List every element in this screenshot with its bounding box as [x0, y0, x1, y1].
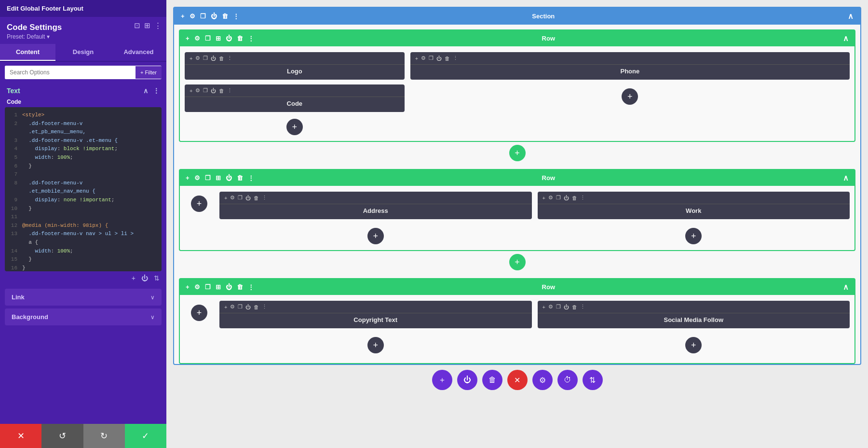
row2-copy-icon[interactable]: ❐ [205, 174, 211, 182]
code-plus-icon[interactable]: + [190, 88, 192, 94]
tab-design[interactable]: Design [55, 44, 111, 61]
row1-col1-add-button[interactable]: + [286, 119, 303, 135]
toolbar-settings-button[interactable]: ⚙ [532, 370, 553, 390]
address-power-icon[interactable]: ⏻ [245, 195, 251, 201]
more-icon[interactable]: ⋮ [154, 21, 162, 30]
code-trash-icon[interactable]: 🗑 [219, 88, 224, 94]
row2-col2-add-button[interactable]: + [367, 228, 384, 244]
section-gear-icon[interactable]: ⚙ [190, 13, 195, 20]
section-plus-icon[interactable]: + [181, 13, 185, 20]
row2-plus-icon[interactable]: + [186, 174, 190, 182]
row1-grid-icon[interactable]: ⊞ [216, 35, 221, 42]
preset-label[interactable]: Preset: Default ▾ [7, 33, 160, 40]
work-gear-icon[interactable]: ⚙ [548, 195, 553, 201]
code-power-icon[interactable]: ⏻ [211, 88, 216, 94]
row2-collapse-icon[interactable]: ∧ [843, 173, 849, 182]
background-section-header[interactable]: Background ∨ [5, 308, 162, 325]
row2-grid-icon[interactable]: ⊞ [216, 174, 221, 182]
row3-col3-add-button[interactable]: + [685, 337, 702, 353]
copyright-dots-icon[interactable]: ⋮ [262, 304, 267, 310]
section-power-icon[interactable]: ⏻ [211, 13, 217, 20]
toolbar-close-button[interactable]: ✕ [507, 370, 528, 390]
code-editor[interactable]: 1<style> 2 .dd-footer-menu-v .et_pb_menu… [5, 107, 162, 271]
row3-power-icon[interactable]: ⏻ [226, 283, 232, 291]
row1-collapse-icon[interactable]: ∧ [843, 34, 849, 43]
social-gear-icon[interactable]: ⚙ [548, 304, 553, 310]
power-code-icon[interactable]: ⏻ [141, 274, 148, 282]
search-input[interactable] [5, 66, 136, 79]
row2-trash-icon[interactable]: 🗑 [237, 174, 243, 182]
copyright-plus-icon[interactable]: + [224, 304, 227, 310]
row1-power-icon[interactable]: ⏻ [226, 35, 232, 42]
section-dots-icon[interactable]: ⋮ [233, 13, 239, 20]
cancel-button[interactable]: ✕ [0, 424, 41, 448]
work-trash-icon[interactable]: 🗑 [572, 195, 577, 201]
row1-dots-icon[interactable]: ⋮ [248, 35, 254, 42]
copyright-gear-icon[interactable]: ⚙ [230, 304, 235, 310]
section-copy-icon[interactable]: ❐ [200, 13, 206, 20]
work-power-icon[interactable]: ⏻ [564, 195, 569, 201]
row3-plus-icon[interactable]: + [186, 283, 190, 291]
code-dots-icon[interactable]: ⋮ [227, 87, 232, 94]
row3-dots-icon[interactable]: ⋮ [248, 283, 254, 291]
row3-gear-icon[interactable]: ⚙ [194, 283, 200, 291]
phone-dots-icon[interactable]: ⋮ [453, 55, 458, 61]
toolbar-power-button[interactable]: ⏻ [457, 370, 477, 390]
logo-plus-icon[interactable]: + [190, 56, 192, 61]
phone-trash-icon[interactable]: 🗑 [445, 56, 450, 61]
phone-copy-icon[interactable]: ❐ [429, 55, 434, 61]
address-gear-icon[interactable]: ⚙ [230, 195, 235, 201]
code-copy-icon[interactable]: ❐ [203, 87, 208, 94]
copyright-trash-icon[interactable]: 🗑 [254, 304, 259, 310]
toolbar-trash-button[interactable]: 🗑 [482, 370, 502, 390]
link-section-header[interactable]: Link ∨ [5, 289, 162, 306]
toolbar-sort-button[interactable]: ⇅ [583, 370, 603, 390]
save-button[interactable]: ✓ [125, 424, 166, 448]
address-plus-icon[interactable]: + [224, 195, 227, 201]
code-gear-icon[interactable]: ⚙ [195, 87, 200, 94]
social-copy-icon[interactable]: ❐ [556, 304, 561, 310]
row1-trash-icon[interactable]: 🗑 [237, 35, 243, 42]
row1-plus-icon[interactable]: + [186, 35, 190, 42]
row3-copy-icon[interactable]: ❐ [205, 283, 211, 291]
row3-collapse-icon[interactable]: ∧ [843, 282, 849, 292]
section-menu-icon[interactable]: ⋮ [153, 87, 160, 95]
toolbar-history-button[interactable]: ⏱ [557, 370, 578, 390]
row3-trash-icon[interactable]: 🗑 [237, 283, 243, 291]
section-collapse-icon[interactable]: ∧ [848, 12, 854, 21]
social-plus-icon[interactable]: + [542, 304, 545, 310]
row3-grid-icon[interactable]: ⊞ [216, 283, 221, 291]
phone-power-icon[interactable]: ⏻ [436, 56, 442, 61]
add-row-between-1-2-button[interactable]: + [509, 145, 526, 161]
logo-dots-icon[interactable]: ⋮ [227, 55, 232, 61]
row3-col2-add-button[interactable]: + [367, 337, 384, 353]
copyright-copy-icon[interactable]: ❐ [238, 304, 243, 310]
maximize-icon[interactable]: ⊡ [134, 21, 140, 30]
work-plus-icon[interactable]: + [542, 195, 545, 201]
toolbar-add-button[interactable]: ＋ [432, 370, 452, 390]
undo-button[interactable]: ↺ [41, 424, 83, 448]
sort-code-icon[interactable]: ⇅ [154, 274, 160, 282]
work-dots-icon[interactable]: ⋮ [580, 195, 585, 201]
logo-power-icon[interactable]: ⏻ [211, 56, 216, 61]
collapse-icon[interactable]: ∧ [143, 87, 148, 95]
copyright-power-icon[interactable]: ⏻ [245, 304, 251, 310]
row1-col2-add-button[interactable]: + [622, 88, 638, 105]
add-row-between-2-3-button[interactable]: + [509, 254, 526, 270]
logo-gear-icon[interactable]: ⚙ [195, 55, 200, 61]
row1-gear-icon[interactable]: ⚙ [194, 35, 200, 42]
tab-advanced[interactable]: Advanced [111, 44, 166, 61]
row1-copy-icon[interactable]: ❐ [205, 35, 211, 42]
row2-power-icon[interactable]: ⏻ [226, 174, 232, 182]
row2-dots-icon[interactable]: ⋮ [248, 174, 254, 182]
address-copy-icon[interactable]: ❐ [238, 195, 243, 201]
tab-content[interactable]: Content [0, 44, 55, 61]
redo-button[interactable]: ↻ [83, 424, 125, 448]
section-trash-icon[interactable]: 🗑 [222, 13, 228, 20]
row2-gear-icon[interactable]: ⚙ [194, 174, 200, 182]
phone-plus-icon[interactable]: + [415, 56, 418, 61]
grid-icon[interactable]: ⊞ [144, 21, 150, 30]
row2-col3-add-button[interactable]: + [685, 228, 702, 244]
address-dots-icon[interactable]: ⋮ [262, 195, 267, 201]
social-power-icon[interactable]: ⏻ [564, 304, 569, 310]
